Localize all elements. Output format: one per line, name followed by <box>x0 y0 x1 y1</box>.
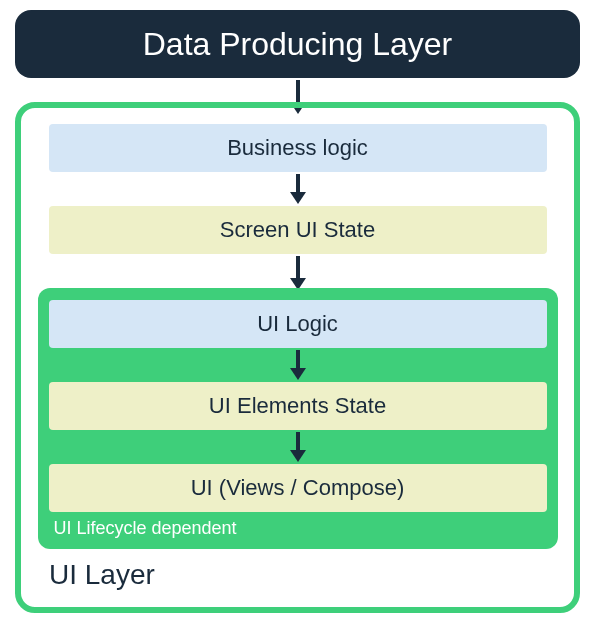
svg-marker-3 <box>290 192 306 204</box>
ui-layer-label: UI Layer <box>37 559 155 591</box>
ui-lifecycle-container: UI Logic UI Elements State UI (Views / C… <box>38 288 558 549</box>
svg-marker-7 <box>290 368 306 380</box>
ui-elements-state-box: UI Elements State <box>49 382 547 430</box>
screen-ui-state-box: Screen UI State <box>49 206 547 254</box>
arrow-icon <box>288 174 308 204</box>
ui-layer-container: Business logic Screen UI State UI Logic <box>15 102 580 613</box>
arrow-icon <box>288 256 308 290</box>
diagram-container: Data Producing Layer Business logic Scre… <box>10 10 585 613</box>
ui-lifecycle-dependent-label: UI Lifecycle dependent <box>50 518 237 539</box>
arrow-icon <box>288 350 308 380</box>
business-logic-box: Business logic <box>49 124 547 172</box>
svg-marker-9 <box>290 450 306 462</box>
ui-views-compose-box: UI (Views / Compose) <box>49 464 547 512</box>
arrow-icon <box>288 432 308 462</box>
ui-logic-box: UI Logic <box>49 300 547 348</box>
data-producing-layer-box: Data Producing Layer <box>15 10 580 78</box>
